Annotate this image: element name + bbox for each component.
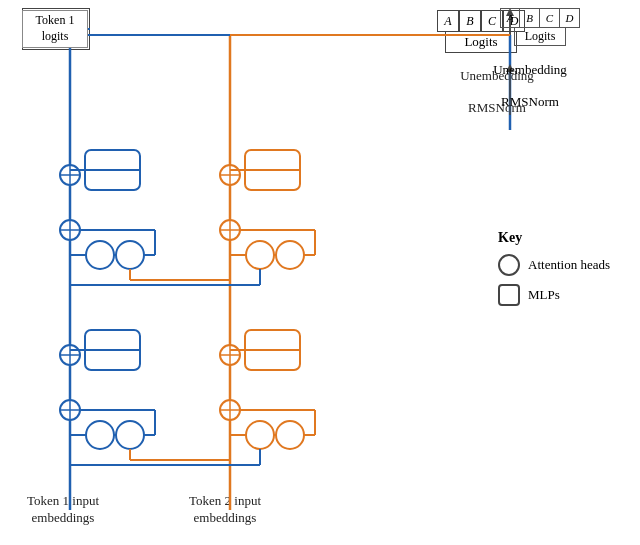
- cell-a: A: [500, 8, 520, 28]
- svg-point-54: [86, 421, 114, 449]
- abcd-row: A B C D: [500, 8, 580, 28]
- cell-d: D: [560, 8, 580, 28]
- architecture-svg: [0, 0, 640, 545]
- svg-point-72: [276, 421, 304, 449]
- token1-logits-display: Token 1logits: [22, 10, 88, 48]
- svg-point-71: [246, 421, 274, 449]
- svg-point-32: [276, 241, 304, 269]
- logits-box-label: Logits: [514, 28, 567, 46]
- diagram-container: Token 1 logits A B C D Logits Unembeddin…: [0, 0, 640, 545]
- unembedding-text: Unembedding: [475, 62, 585, 78]
- svg-point-15: [116, 241, 144, 269]
- cell-c: C: [540, 8, 560, 28]
- svg-point-14: [86, 241, 114, 269]
- svg-point-31: [246, 241, 274, 269]
- output-logits-box: A B C D Logits: [500, 8, 580, 46]
- rmsnorm-text: RMSNorm: [485, 94, 575, 110]
- cell-b: B: [520, 8, 540, 28]
- svg-point-55: [116, 421, 144, 449]
